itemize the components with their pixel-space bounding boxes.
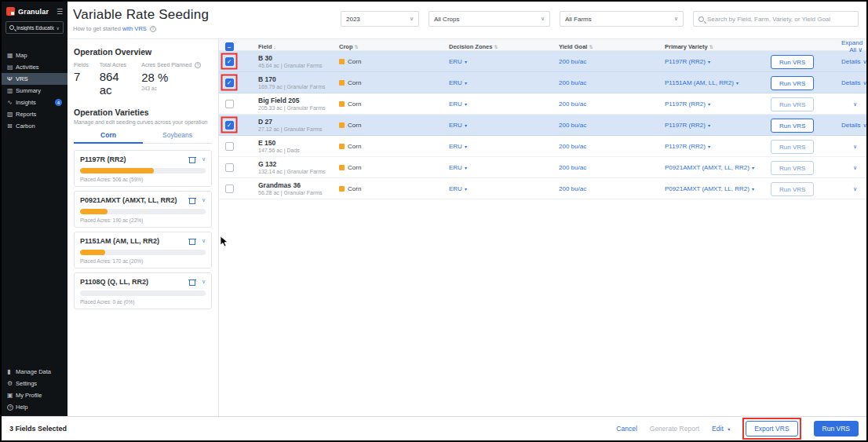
row-checkbox[interactable] (225, 100, 234, 108)
sidebar-item-help[interactable]: ? Help (2, 401, 67, 413)
details-toggle[interactable]: ∨ (841, 100, 866, 108)
export-vrs-button[interactable]: Export VRS (746, 421, 797, 437)
crop-color-icon (339, 122, 345, 128)
details-toggle[interactable]: Details∨ (841, 58, 866, 65)
details-toggle[interactable]: ∨ (841, 143, 866, 150)
primary-variety-dropdown[interactable]: P1151AM (AM, LL, RR2)▾ (665, 79, 771, 86)
subtitle-text: How to get started (73, 25, 122, 32)
crops-select[interactable]: All Crops ∨ (429, 11, 550, 27)
column-header-crop[interactable]: Crop ⇅ (339, 43, 449, 50)
delete-icon[interactable] (189, 197, 195, 204)
footer-actions: Cancel Generate Report Edit ▾ Export VRS… (616, 418, 866, 440)
decision-zones-dropdown[interactable]: ERU▾ (449, 164, 559, 171)
sidebar-item-label: Summary (16, 87, 41, 94)
field-meta: 132.14 ac | Granular Farms (258, 169, 339, 174)
primary-variety-dropdown[interactable]: P1197R (RR2)▾ (665, 143, 771, 150)
primary-variety-dropdown[interactable]: P0921AMXT (AMXT, LL, RR2)▾ (665, 164, 771, 171)
decision-zones-dropdown[interactable]: ERU▾ (449, 122, 559, 129)
decision-zones-dropdown[interactable]: ERU▾ (449, 100, 559, 108)
tab-corn[interactable]: Corn (74, 131, 143, 144)
details-toggle[interactable]: ∨ (841, 164, 866, 171)
chevron-down-icon[interactable]: ∨ (202, 279, 206, 285)
yield-goal-link[interactable]: 200 bu/ac (559, 79, 665, 86)
sidebar-item-vrs[interactable]: Ψ VRS (2, 73, 67, 85)
primary-variety-dropdown[interactable]: P1197R (RR2)▾ (665, 122, 771, 129)
chevron-down-icon[interactable]: ∨ (202, 238, 206, 244)
column-header-yield-goal[interactable]: Yield Goal ⇅ (559, 43, 665, 50)
run-vrs-row-button[interactable]: Run VRS (771, 182, 814, 196)
primary-variety-dropdown[interactable]: P1197R (RR2)▾ (665, 58, 771, 65)
run-vrs-row-button[interactable]: Run VRS (771, 161, 814, 175)
select-all-checkbox[interactable]: – (225, 42, 234, 51)
row-checkbox[interactable]: ✓ (225, 121, 234, 130)
generate-report-button[interactable]: Generate Report (650, 425, 699, 433)
info-icon[interactable]: ? (150, 26, 156, 32)
decision-zones-dropdown[interactable]: ERU▾ (449, 185, 559, 192)
year-select[interactable]: 2023 ∨ (341, 11, 419, 27)
org-selector[interactable]: Insights Education ∨ (5, 21, 64, 34)
sidebar-item-my-profile[interactable]: ▣ My Profile (2, 389, 67, 401)
decision-zones-dropdown[interactable]: ERU▾ (449, 58, 559, 65)
run-vrs-row-button[interactable]: Run VRS (771, 119, 814, 133)
sidebar-item-map[interactable]: ▦ Map (2, 49, 67, 61)
chevron-down-icon[interactable]: ∨ (202, 156, 206, 163)
sidebar-item-summary[interactable]: ▥ Summary (2, 85, 67, 97)
yield-goal-link[interactable]: 200 bu/ac (559, 122, 665, 129)
granular-logo-icon (6, 7, 15, 16)
chevron-down-icon[interactable]: ∨ (202, 197, 206, 203)
sidebar-item-manage-data[interactable]: ▮ Manage Data (2, 366, 67, 378)
yield-goal-link[interactable]: 200 bu/ac (559, 185, 665, 192)
edit-button[interactable]: Edit ▾ (712, 425, 730, 433)
chevron-down-icon: ▾ (708, 144, 710, 149)
column-header-field[interactable]: Field ↓ (258, 43, 339, 50)
crop-color-icon (339, 59, 345, 64)
search-input[interactable] (707, 16, 853, 23)
sidebar-item-reports[interactable]: ▧ Reports (2, 108, 67, 120)
tab-soybeans[interactable]: Soybeans (143, 131, 212, 143)
sidebar-item-settings[interactable]: ⚙ Settings (2, 378, 67, 389)
run-vrs-row-button[interactable]: Run VRS (771, 55, 814, 69)
details-toggle[interactable]: Details∨ (841, 79, 866, 86)
run-vrs-button[interactable]: Run VRS (814, 421, 859, 437)
field-meta: 45.64 ac | Granular Farms (258, 63, 339, 68)
progress-fill (80, 168, 154, 174)
chevron-down-icon: ▾ (708, 123, 710, 128)
sidebar-item-carbon[interactable]: ⊠ Carbon (2, 120, 67, 132)
crop-name: Corn (348, 100, 361, 108)
row-checkbox[interactable] (225, 163, 234, 172)
delete-icon[interactable] (189, 279, 195, 286)
yield-goal-link[interactable]: 200 bu/ac (559, 100, 665, 108)
yield-goal-link[interactable]: 200 bu/ac (559, 58, 665, 65)
sidebar-item-insights[interactable]: ∿ Insights 4 (2, 97, 67, 108)
column-header-primary-variety[interactable]: Primary Variety ⇅ (665, 43, 771, 50)
yield-goal-link[interactable]: 200 bu/ac (559, 143, 665, 150)
primary-variety-dropdown[interactable]: P0921AMXT (AMXT, LL, RR2)▾ (665, 185, 771, 192)
decision-zones-dropdown[interactable]: ERU▾ (449, 79, 559, 86)
brand-header: Granular ☰ (2, 2, 67, 19)
field-name: Grandmas 36 (258, 181, 339, 190)
delete-icon[interactable] (189, 238, 195, 245)
row-checkbox[interactable]: ✓ (225, 57, 234, 66)
row-checkbox[interactable] (225, 142, 234, 151)
row-checkbox[interactable] (225, 184, 234, 193)
sidebar-item-activities[interactable]: ▤ Activities (2, 61, 67, 73)
run-vrs-row-button[interactable]: Run VRS (771, 140, 814, 154)
info-icon[interactable]: ? (195, 62, 201, 68)
vrs-help-link[interactable]: with VRS (122, 25, 147, 32)
details-toggle[interactable]: ∨ (841, 185, 866, 192)
column-header-decision-zones[interactable]: Decision Zones ⇅ (449, 43, 559, 50)
decision-zones-dropdown[interactable]: ERU▾ (449, 143, 559, 150)
delete-icon[interactable] (189, 156, 195, 163)
collapse-sidebar-icon[interactable]: ☰ (57, 8, 63, 16)
run-vrs-row-button[interactable]: Run VRS (771, 76, 814, 90)
sidebar-item-label: Map (16, 52, 27, 59)
table-row: Grandmas 36 56.28 ac | Granular Farms Co… (219, 178, 866, 199)
primary-variety-dropdown[interactable]: P1197R (RR2)▾ (665, 100, 771, 108)
expand-all-button[interactable]: Expand All ∨ (841, 39, 866, 53)
row-checkbox[interactable]: ✓ (225, 79, 234, 87)
run-vrs-row-button[interactable]: Run VRS (771, 97, 814, 111)
details-toggle[interactable]: Details∨ (841, 122, 866, 129)
farms-select[interactable]: All Farms ∨ (560, 11, 684, 27)
cancel-button[interactable]: Cancel (616, 425, 636, 433)
yield-goal-link[interactable]: 200 bu/ac (559, 164, 665, 171)
